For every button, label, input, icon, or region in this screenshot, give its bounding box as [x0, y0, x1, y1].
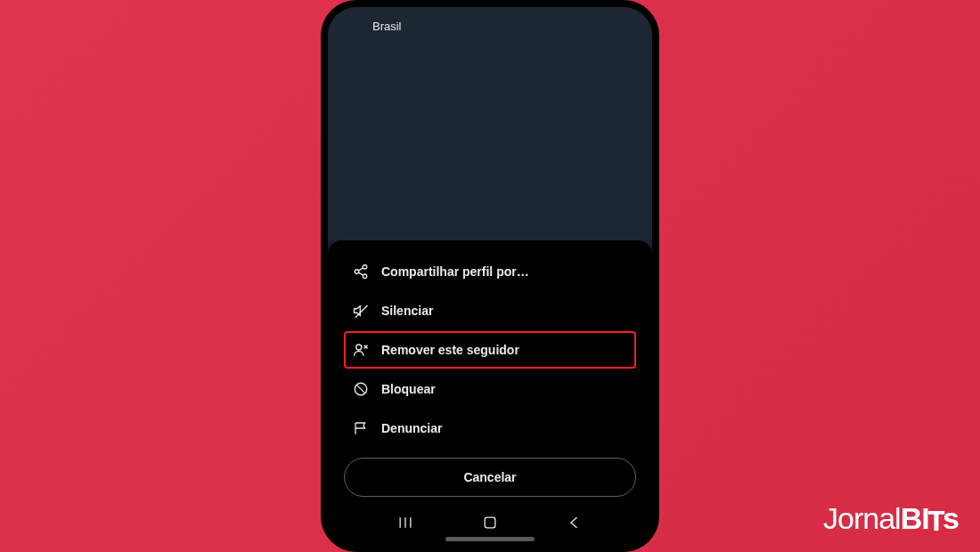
menu-item-label: Bloquear	[381, 382, 436, 396]
svg-line-4	[358, 272, 363, 275]
mute-icon	[353, 303, 369, 319]
svg-line-3	[358, 268, 363, 271]
menu-item-mute[interactable]: Silenciar	[344, 292, 636, 329]
profile-location-text: Brasil	[372, 20, 608, 33]
menu-item-label: Compartilhar perfil por…	[381, 264, 529, 279]
svg-line-5	[355, 305, 368, 318]
svg-point-0	[363, 265, 367, 270]
block-icon	[353, 381, 369, 397]
nav-back-icon[interactable]	[566, 514, 584, 535]
svg-point-1	[355, 270, 359, 274]
menu-item-label: Silenciar	[381, 304, 433, 318]
menu-item-label: Remover este seguidor	[381, 343, 519, 357]
home-indicator	[445, 537, 535, 541]
nav-recents-icon[interactable]	[396, 514, 414, 535]
menu-item-label: Denunciar	[381, 421, 442, 435]
remove-follower-icon	[353, 342, 369, 358]
menu-item-share[interactable]: Compartilhar perfil por…	[344, 253, 636, 290]
svg-line-10	[356, 385, 365, 394]
svg-rect-14	[485, 517, 495, 528]
svg-point-6	[356, 345, 362, 350]
flag-icon	[353, 420, 369, 436]
menu-item-remove-follower[interactable]: Remover este seguidor	[344, 331, 636, 369]
watermark-part2: BI	[901, 501, 929, 536]
watermark-part4: s	[943, 501, 959, 536]
watermark-part3: T	[927, 506, 944, 540]
menu-item-block[interactable]: Bloquear	[344, 370, 636, 408]
watermark-part1: Jornal	[823, 501, 901, 536]
cancel-button[interactable]: Cancelar	[344, 458, 636, 497]
phone-frame: Brasil Compartilhar perfil por… Silencia…	[321, 0, 659, 552]
profile-background: Brasil	[328, 7, 652, 240]
watermark-logo: JornalBITs	[823, 501, 959, 538]
action-sheet: Compartilhar perfil por… Silenciar Remov…	[328, 240, 652, 504]
nav-home-icon[interactable]	[481, 514, 499, 535]
share-icon	[353, 264, 369, 280]
menu-item-report[interactable]: Denunciar	[344, 410, 636, 447]
svg-point-2	[363, 274, 367, 279]
phone-screen: Brasil Compartilhar perfil por… Silencia…	[328, 7, 652, 545]
